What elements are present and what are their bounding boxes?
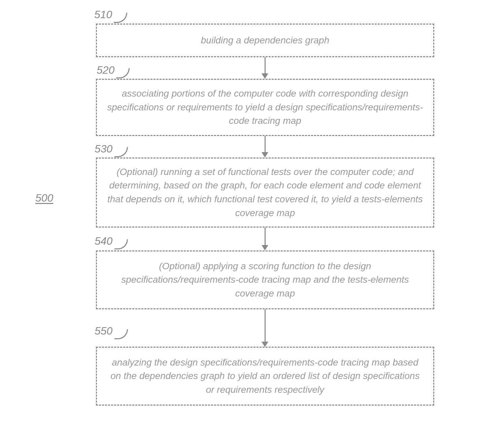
callout-arc-540 <box>114 239 128 249</box>
connector-520-530 <box>265 136 266 153</box>
step-text-520: associating portions of the computer cod… <box>106 87 424 128</box>
callout-arc-510 <box>114 13 127 23</box>
step-box-520: associating portions of the computer cod… <box>96 79 434 136</box>
callout-arc-530 <box>114 147 128 157</box>
step-text-540: (Optional) applying a scoring function t… <box>106 260 424 301</box>
step-box-540: (Optional) applying a scoring function t… <box>96 250 434 309</box>
step-label-520: 520 <box>97 64 114 76</box>
step-box-550: analyzing the design specifications/requ… <box>96 347 434 406</box>
step-box-510: building a dependencies graph <box>96 24 434 57</box>
step-box-530: (Optional) running a set of functional t… <box>96 158 434 228</box>
arrowhead-540-550 <box>262 342 268 347</box>
step-text-550: analyzing the design specifications/requ… <box>106 356 424 397</box>
arrowhead-520-530 <box>262 152 268 158</box>
step-text-510: building a dependencies graph <box>201 34 329 47</box>
connector-540-550 <box>265 309 266 343</box>
step-label-540: 540 <box>95 235 112 247</box>
step-label-510: 510 <box>94 8 112 21</box>
step-label-550: 550 <box>95 325 112 337</box>
step-label-530: 530 <box>95 143 112 155</box>
callout-arc-520 <box>116 68 130 78</box>
arrowhead-530-540 <box>262 245 268 250</box>
arrowhead-510-520 <box>262 73 268 79</box>
callout-arc-550 <box>114 329 128 339</box>
figure-label: 500 <box>35 192 53 204</box>
connector-530-540 <box>265 228 266 246</box>
step-text-530: (Optional) running a set of functional t… <box>106 165 424 220</box>
connector-510-520 <box>265 57 266 75</box>
